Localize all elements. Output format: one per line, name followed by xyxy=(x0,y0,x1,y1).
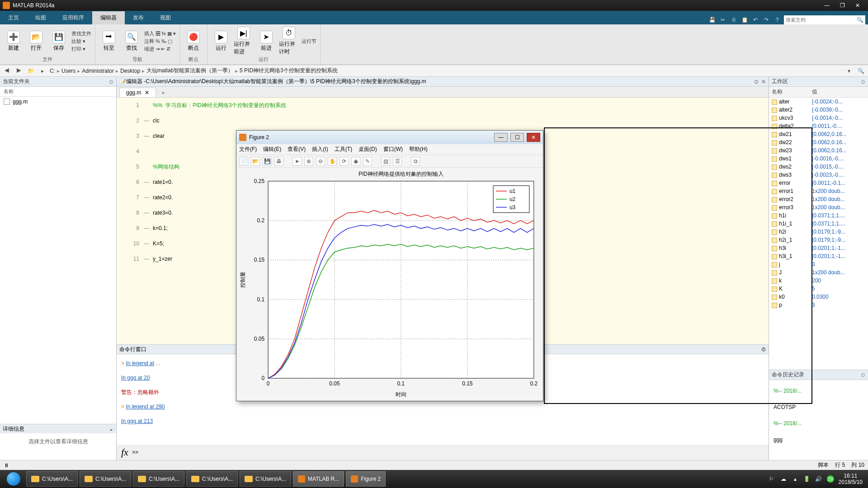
history-item[interactable]: %-- 2018/... xyxy=(774,415,863,432)
history-body[interactable]: %-- 2018/...ACOTSP%-- 2018/...ggg xyxy=(769,380,868,450)
close-button[interactable]: ✕ xyxy=(850,1,865,10)
workspace-row[interactable]: h3i[0.0201;1;-1... xyxy=(769,244,868,252)
workspace-row[interactable]: error[0.0011;-0.1... xyxy=(769,179,868,187)
figure-titlebar[interactable]: Figure 2 — ☐ ✕ xyxy=(236,131,543,144)
code-line[interactable]: 1%% 学习目标：PID神经元网络3个控制变量的控制系统 xyxy=(117,98,769,113)
ribbon-small-button[interactable]: 缩进 ⇥ ⇤ ⇵ xyxy=(144,46,176,52)
command-prompt[interactable]: fx >> xyxy=(117,445,769,460)
file-item[interactable]: ggg.m xyxy=(0,97,116,107)
file-list-name-header[interactable]: 名称 xyxy=(0,87,17,96)
fig-new-icon[interactable]: 📄 xyxy=(239,157,248,166)
workspace-row[interactable]: error21x200 doub... xyxy=(769,195,868,203)
workspace-row[interactable]: dws2[-0.0015,-0.... xyxy=(769,163,868,171)
ribbon-button-3-2[interactable]: ➤前进 xyxy=(256,26,276,56)
ribbon-tab-5[interactable]: 视图 xyxy=(152,11,179,24)
history-item[interactable]: %-- 2018/... xyxy=(774,383,863,399)
figure-menu-item[interactable]: 工具(T) xyxy=(335,145,352,153)
workspace-row[interactable]: k00.0300 xyxy=(769,293,868,301)
help-icon[interactable]: ? xyxy=(773,16,781,24)
figure-menu-item[interactable]: 插入(I) xyxy=(312,145,328,153)
tray-volume-icon[interactable]: 🔊 xyxy=(815,475,822,483)
workspace-row[interactable]: alter[-0.0024;-0... xyxy=(769,98,868,106)
workspace-row[interactable]: dw21[0.0062,0.16... xyxy=(769,130,868,138)
history-item[interactable]: ggg xyxy=(774,432,863,448)
tab-close-icon[interactable]: ✕ xyxy=(145,89,149,96)
tray-ime-icon[interactable]: 29 xyxy=(827,475,834,483)
ribbon-tab-4[interactable]: 发布 xyxy=(125,11,152,24)
undo-icon[interactable]: ↶ xyxy=(751,16,760,24)
fig-dock-icon[interactable]: ⧉ xyxy=(411,157,420,166)
search-path-icon[interactable]: 🔍 xyxy=(856,66,865,75)
cmd-link[interactable]: In legend at xyxy=(126,360,154,366)
ribbon-tab-1[interactable]: 绘图 xyxy=(27,11,54,24)
taskbar-item[interactable]: C:\Users\A... xyxy=(133,471,184,487)
cut-icon[interactable]: ✂ xyxy=(719,16,727,24)
figure-menu-item[interactable]: 查看(V) xyxy=(288,145,306,153)
taskbar-item[interactable]: Figure 2 xyxy=(346,471,386,487)
new-tab-button[interactable]: + xyxy=(158,89,168,97)
fig-brush-icon[interactable]: ✎ xyxy=(363,157,372,166)
figure-window[interactable]: Figure 2 — ☐ ✕ 文件(F)编辑(E)查看(V)插入(I)工具(T)… xyxy=(236,130,543,401)
workspace-row[interactable]: h2i[0.0179;1;-9... xyxy=(769,228,868,236)
fig-print-icon[interactable]: 🖶 xyxy=(274,157,283,166)
save-icon[interactable]: 💾 xyxy=(708,16,716,24)
tray-sync-icon[interactable]: ☁ xyxy=(780,475,787,483)
workspace-row[interactable]: dws3[-0.0023,-0.... xyxy=(769,171,868,179)
ribbon-button-0-2[interactable]: 💾保存 xyxy=(49,26,69,56)
ribbon-tab-0[interactable]: 主页 xyxy=(0,11,27,24)
fig-save-icon[interactable]: 💾 xyxy=(263,157,272,166)
ribbon-small-button[interactable]: 打印 ▾ xyxy=(71,46,91,52)
figure-maximize-button[interactable]: ☐ xyxy=(510,133,524,142)
history-popout-icon[interactable]: ⊙ xyxy=(861,372,865,378)
maximize-button[interactable]: ❐ xyxy=(835,1,850,10)
start-button[interactable] xyxy=(3,471,24,487)
ribbon-tab-2[interactable]: 应用程序 xyxy=(54,11,92,24)
tray-clock[interactable]: 16:11 2018/5/10 xyxy=(839,473,863,485)
forward-button[interactable]: ⯈ xyxy=(14,66,24,75)
code-line[interactable]: 2—clc xyxy=(117,113,769,128)
history-item[interactable]: ACOTSP xyxy=(774,399,863,415)
workspace-name-header[interactable]: 名称 xyxy=(769,87,809,98)
ribbon-small-button[interactable]: 查找文件 xyxy=(71,30,91,37)
tray-flag-icon[interactable]: ⚐ xyxy=(768,475,775,483)
fig-pan-icon[interactable]: ✋ xyxy=(328,157,337,166)
fig-zoomout-icon[interactable]: ⊖ xyxy=(316,157,325,166)
breadcrumb-item[interactable]: Desktop xyxy=(120,68,140,74)
copy-icon[interactable]: ⎘ xyxy=(730,16,738,24)
ribbon-small-button[interactable]: 比较 ▾ xyxy=(71,38,91,45)
cmd-link[interactable]: In ggg at 213 xyxy=(121,418,153,424)
fig-zoomin-icon[interactable]: ⊕ xyxy=(304,157,313,166)
fig-colorbar-icon[interactable]: ▤ xyxy=(381,157,390,166)
fig-legend-icon[interactable]: ☰ xyxy=(393,157,402,166)
workspace-row[interactable]: K5 xyxy=(769,285,868,293)
ribbon-button-2-0[interactable]: 🔴断点 xyxy=(184,26,203,56)
path-menu-icon[interactable]: ▾ xyxy=(844,66,854,75)
fig-pointer-icon[interactable]: ➤ xyxy=(292,157,302,166)
ribbon-button-1-1[interactable]: 🔍查找 xyxy=(122,26,142,56)
cmd-link[interactable]: In ggg at 20 xyxy=(121,375,150,381)
figure-menu-item[interactable]: 窗口(W) xyxy=(383,145,403,153)
paste-icon[interactable]: 📋 xyxy=(741,16,749,24)
ribbon-button-3-3[interactable]: ⏱运行并计时 xyxy=(279,26,299,56)
workspace-row[interactable]: dw22[0.0062,0.16... xyxy=(769,138,868,146)
editor-popout-icon[interactable]: ⊙ xyxy=(754,79,759,85)
taskbar-item[interactable]: C:\Users\A... xyxy=(186,471,238,487)
cmd-link[interactable]: In legend at 290 xyxy=(126,404,165,410)
workspace-row[interactable]: h2i_1[0.0179;1;-9... xyxy=(769,236,868,244)
breadcrumb-item[interactable]: Users xyxy=(61,68,75,74)
workspace-row[interactable]: h3i_1[0.0201;1;-1... xyxy=(769,252,868,260)
ribbon-tab-3[interactable]: 编辑器 xyxy=(92,11,125,24)
taskbar-item[interactable]: MATLAB R... xyxy=(293,471,344,487)
figure-menu-item[interactable]: 桌面(D) xyxy=(359,145,377,153)
fx-icon[interactable]: fx xyxy=(121,446,128,458)
workspace-row[interactable]: h1i_1[0.0371;1;1.... xyxy=(769,220,868,228)
workspace-row[interactable]: J1x200 doub... xyxy=(769,268,868,277)
workspace-row[interactable]: error11x200 doub... xyxy=(769,187,868,195)
ribbon-small-button[interactable]: 运行节 xyxy=(302,38,316,45)
figure-axes[interactable]: 00.050.10.150.200.050.10.150.20.25PID神经网… xyxy=(236,168,543,401)
figure-menu-item[interactable]: 文件(F) xyxy=(239,145,257,153)
figure-minimize-button[interactable]: — xyxy=(494,133,508,142)
ribbon-button-0-0[interactable]: ➕新建 xyxy=(4,26,24,56)
taskbar-item[interactable]: C:\Users\A... xyxy=(240,471,291,487)
details-collapse-icon[interactable]: ⌄ xyxy=(109,426,113,432)
